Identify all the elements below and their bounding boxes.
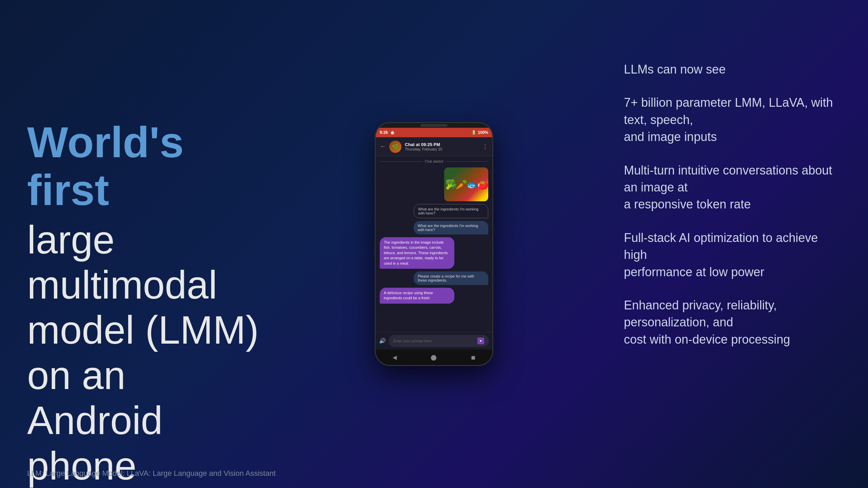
home-nav-button[interactable]: ⬤: [431, 354, 437, 361]
phone-nav: ◀ ⬤ ◼: [376, 349, 492, 365]
feature-text-3: Multi-turn intuitive conversations about…: [624, 162, 834, 213]
left-section: World's first large multimodalmodel (LMM…: [27, 119, 264, 488]
alarm-icon: ⏰: [390, 130, 395, 135]
message-bubble-4: Please create a recipe for me with these…: [414, 271, 488, 285]
message-bubble-5: A delicious recipe using these ingredien…: [380, 288, 454, 304]
chat-body: Chat started What are the ingredients I'…: [376, 156, 492, 345]
phone-top-bar: [376, 123, 492, 128]
status-left: 9:26 ⏰: [380, 130, 395, 135]
time-display: 9:26: [380, 130, 388, 135]
feature-text-4: Full-stack AI optimization to achieve hi…: [624, 229, 834, 281]
chat-started-label: Chat started: [380, 160, 488, 163]
input-field[interactable]: Enter your prompt here ■: [389, 335, 489, 347]
phone-body: 9:26 ⏰ 🔋 100% ← 🌿 Chat at 09:25 PM Thurs…: [375, 122, 493, 366]
input-bar: 🔊 Enter your prompt here ■: [376, 332, 492, 349]
message-bubble-2: What are the ingredients I'm working wit…: [414, 221, 488, 235]
back-button[interactable]: ←: [380, 143, 386, 150]
status-right: 🔋 100%: [471, 130, 488, 135]
feature-text-2: 7+ billion parameter LMM, LLaVA, with te…: [624, 94, 834, 145]
feature-item-1: LLMs can now see: [624, 61, 834, 78]
headline-white: large multimodalmodel (LMM)on an Android…: [27, 218, 264, 488]
chat-header: ← 🌿 Chat at 09:25 PM Thursday, February …: [376, 137, 492, 156]
footer-text: LLM: Large Language Model; LLaVA: Large …: [27, 469, 276, 477]
send-button[interactable]: ■: [477, 338, 484, 344]
feature-text-5: Enhanced privacy, reliability, personali…: [624, 297, 834, 348]
chat-title: Chat at 09:25 PM: [405, 142, 479, 147]
chat-subtitle: Thursday, February 15: [405, 147, 479, 151]
battery-icon: 🔋: [471, 130, 476, 135]
feature-item-5: Enhanced privacy, reliability, personali…: [624, 297, 834, 348]
feature-item-4: Full-stack AI optimization to achieve hi…: [624, 229, 834, 281]
message-bubble-1: What are the ingredients I'm working wit…: [414, 204, 488, 218]
mic-icon[interactable]: 🔊: [379, 338, 386, 344]
battery-level: 100%: [478, 130, 488, 135]
chat-title-block: Chat at 09:25 PM Thursday, February 15: [405, 142, 479, 151]
image-bubble: [444, 167, 488, 201]
status-bar: 9:26 ⏰ 🔋 100%: [376, 128, 492, 137]
right-section: LLMs can now see 7+ billion parameter LM…: [624, 61, 834, 364]
message-bubble-3: The ingredients in the image include fis…: [380, 237, 454, 269]
feature-item-3: Multi-turn intuitive conversations about…: [624, 162, 834, 213]
headline-blue: World's first: [27, 119, 264, 214]
food-image: [444, 167, 488, 201]
recent-nav-button[interactable]: ◼: [471, 354, 475, 361]
footer: LLM: Large Language Model; LLaVA: Large …: [27, 469, 276, 478]
feature-text-1: LLMs can now see: [624, 61, 834, 78]
phone-notch: [420, 124, 448, 127]
phone-container: 9:26 ⏰ 🔋 100% ← 🌿 Chat at 09:25 PM Thurs…: [375, 122, 493, 366]
input-placeholder: Enter your prompt here: [393, 339, 432, 343]
send-icon: ■: [480, 339, 482, 342]
avatar: 🌿: [389, 141, 401, 153]
back-nav-button[interactable]: ◀: [393, 354, 397, 361]
feature-item-2: 7+ billion parameter LMM, LLaVA, with te…: [624, 94, 834, 145]
menu-dots-button[interactable]: ⋮: [482, 143, 488, 150]
